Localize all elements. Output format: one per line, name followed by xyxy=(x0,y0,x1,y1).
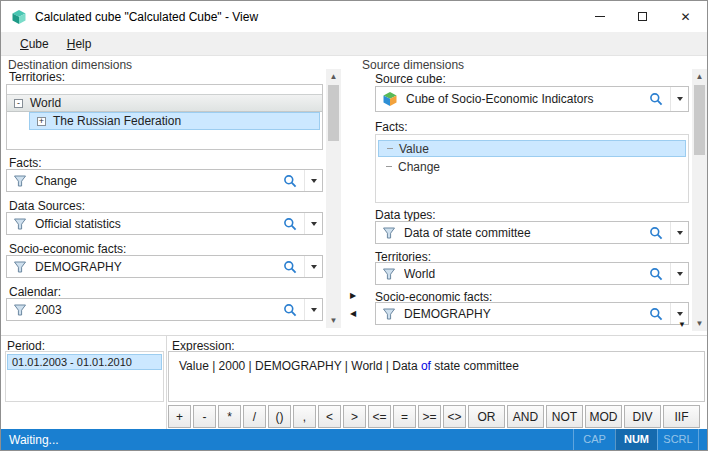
search-icon[interactable] xyxy=(283,303,297,317)
operator-toolbar: + - * / () , < > <= = >= <> OR AND NOT M… xyxy=(168,405,705,429)
maximize-icon xyxy=(638,12,647,21)
expression-editor[interactable]: Value | 2000 | DEMOGRAPHY | World | Data… xyxy=(168,351,705,402)
socio-economic-facts-combo[interactable]: DEMOGRAPHY xyxy=(6,255,323,278)
scroll-down-icon[interactable]: ▼ xyxy=(692,316,707,331)
menu-cube[interactable]: Cube xyxy=(11,32,58,56)
minimize-button[interactable] xyxy=(578,1,621,32)
data-types-combo[interactable]: Data of state committee xyxy=(375,221,689,244)
search-icon[interactable] xyxy=(649,226,663,240)
chevron-down-icon[interactable] xyxy=(670,222,688,243)
menu-help[interactable]: Help xyxy=(58,32,101,56)
list-item-value[interactable]: Value xyxy=(378,140,686,157)
data-sources-label: Data Sources: xyxy=(9,199,85,213)
socio-economic-facts-label: Socio-economic facts: xyxy=(9,242,126,256)
combo-value: Official statistics xyxy=(35,217,283,231)
maximize-button[interactable] xyxy=(621,1,664,32)
menubar: Cube Help xyxy=(1,32,707,56)
splitter-left-icon[interactable]: ◀ xyxy=(346,306,360,320)
tree-item-world[interactable]: - World xyxy=(7,94,322,112)
search-icon[interactable] xyxy=(283,260,297,274)
combo-value: DEMOGRAPHY xyxy=(404,307,649,321)
expand-icon[interactable]: + xyxy=(37,117,46,126)
chevron-down-icon[interactable] xyxy=(304,170,322,191)
op-multiply-button[interactable]: * xyxy=(218,405,241,428)
tree-item-label: The Russian Federation xyxy=(53,114,181,128)
combo-value: Data of state committee xyxy=(404,226,649,240)
op-not-button[interactable]: NOT xyxy=(546,405,583,428)
list-item-label: Change xyxy=(398,160,440,174)
splitter-right-icon[interactable]: ▶ xyxy=(346,288,360,302)
op-not-equal-button[interactable]: <> xyxy=(443,405,466,428)
right-panel-scrollbar[interactable]: ▲ ▼ xyxy=(692,69,707,331)
minimize-icon xyxy=(595,16,605,17)
op-less-equal-button[interactable]: <= xyxy=(368,405,391,428)
facts-label: Facts: xyxy=(9,156,42,170)
search-icon[interactable] xyxy=(649,92,663,106)
combo-value: 2003 xyxy=(35,303,283,317)
period-list: 01.01.2003 - 01.01.2010 xyxy=(5,351,164,402)
combo-value: Cube of Socio-Economic Indicators xyxy=(406,92,649,106)
search-icon[interactable] xyxy=(649,267,663,281)
statusbar: Waiting... CAP NUM SCRL xyxy=(1,429,707,450)
calendar-combo[interactable]: 2003 xyxy=(6,298,323,321)
scroll-down-icon[interactable]: ▼ xyxy=(326,313,341,328)
splitter-down-icon[interactable]: ▼ xyxy=(675,317,689,331)
data-sources-combo[interactable]: Official statistics xyxy=(6,212,323,235)
op-divide-button[interactable]: / xyxy=(243,405,266,428)
window-title: Calculated cube "Calculated Cube" - View xyxy=(35,10,258,24)
facts-combo[interactable]: Change xyxy=(6,169,323,192)
op-div-button[interactable]: DIV xyxy=(624,405,661,428)
scroll-up-icon[interactable]: ▲ xyxy=(326,69,341,84)
tree-line xyxy=(387,148,393,149)
dimension-filter-icon xyxy=(13,174,27,188)
chevron-down-icon[interactable] xyxy=(670,263,688,284)
list-item-change[interactable]: Change xyxy=(378,158,686,175)
op-less-than-button[interactable]: < xyxy=(318,405,341,428)
op-greater-equal-button[interactable]: >= xyxy=(418,405,441,428)
bottom-divider xyxy=(166,336,167,429)
tree-item-russian-federation[interactable]: + The Russian Federation xyxy=(29,112,320,130)
chevron-down-icon[interactable] xyxy=(304,256,322,277)
search-icon[interactable] xyxy=(649,307,663,321)
left-panel-scrollbar[interactable]: ▲ ▼ xyxy=(326,69,341,328)
chevron-down-icon[interactable] xyxy=(670,87,688,111)
territories-tree: - World + The Russian Federation xyxy=(6,84,323,150)
section-divider xyxy=(1,335,707,336)
op-minus-button[interactable]: - xyxy=(193,405,216,428)
source-territories-combo[interactable]: World xyxy=(375,262,689,285)
op-or-button[interactable]: OR xyxy=(468,405,505,428)
keyboard-indicators: CAP NUM SCRL xyxy=(573,429,699,450)
chevron-down-icon[interactable] xyxy=(304,299,322,320)
search-icon[interactable] xyxy=(283,174,297,188)
source-socio-economic-facts-combo[interactable]: DEMOGRAPHY xyxy=(375,302,689,325)
source-facts-list: Value Change xyxy=(375,134,689,203)
titlebar: Calculated cube "Calculated Cube" - View… xyxy=(1,1,707,32)
tree-line xyxy=(386,166,392,167)
close-button[interactable]: ✕ xyxy=(664,1,707,32)
op-mod-button[interactable]: MOD xyxy=(585,405,622,428)
combo-value: DEMOGRAPHY xyxy=(35,260,283,274)
expression-text: state committee xyxy=(431,359,519,373)
op-comma-button[interactable]: , xyxy=(293,405,316,428)
scrollbar-thumb[interactable] xyxy=(328,85,339,141)
chevron-down-icon[interactable] xyxy=(304,213,322,234)
caps-lock-indicator: CAP xyxy=(573,429,615,450)
combo-value: World xyxy=(404,267,649,281)
tree-item-label: World xyxy=(30,96,61,110)
scroll-up-icon[interactable]: ▲ xyxy=(692,69,707,84)
dimension-filter-icon xyxy=(13,217,27,231)
source-cube-combo[interactable]: Cube of Socio-Economic Indicators xyxy=(375,86,689,112)
scrollbar-thumb[interactable] xyxy=(694,85,705,155)
combo-value: Change xyxy=(35,174,283,188)
collapse-icon[interactable]: - xyxy=(14,99,23,108)
period-item[interactable]: 01.01.2003 - 01.01.2010 xyxy=(7,354,162,370)
search-icon[interactable] xyxy=(283,217,297,231)
scroll-lock-indicator: SCRL xyxy=(657,429,699,450)
op-plus-button[interactable]: + xyxy=(168,405,191,428)
op-parentheses-button[interactable]: () xyxy=(268,405,291,428)
op-greater-than-button[interactable]: > xyxy=(343,405,366,428)
territories-label: Territories: xyxy=(9,70,65,84)
op-and-button[interactable]: AND xyxy=(507,405,544,428)
op-equal-button[interactable]: = xyxy=(393,405,416,428)
op-iif-button[interactable]: IIF xyxy=(663,405,700,428)
